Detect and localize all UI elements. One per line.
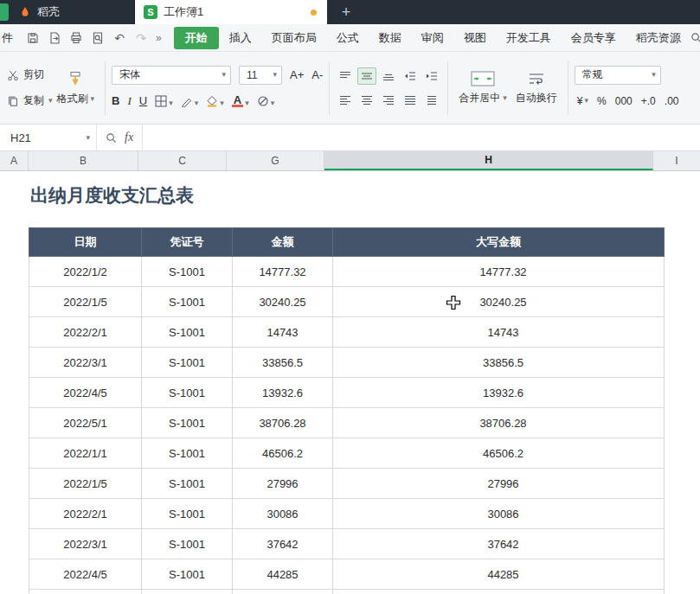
italic-button[interactable]: I	[127, 94, 131, 108]
clear-button[interactable]: ▾	[257, 95, 275, 107]
cell-amount[interactable]: 37642	[233, 529, 333, 559]
align-top-button[interactable]	[336, 67, 355, 85]
tab-docer[interactable]: 稻壳	[9, 0, 135, 24]
save-button[interactable]	[23, 29, 42, 48]
wps-logo-icon[interactable]	[0, 3, 9, 21]
cell-amount-caps[interactable]: 13932.6	[333, 378, 665, 408]
cell-voucher[interactable]: S-1001	[142, 408, 233, 438]
cell-date[interactable]: 2022/1/5	[29, 469, 142, 499]
cell-date[interactable]: 2022/3/1	[29, 529, 142, 559]
table-row[interactable]: 2022/1/5 S-1001 30240.25 30240.25	[29, 287, 665, 317]
table-row[interactable]: 2022/1/5 S-1001 27996 27996	[29, 469, 665, 499]
table-row[interactable]: 2022/5/1 S-1001 43151 43151	[29, 590, 665, 594]
cell-voucher[interactable]: S-1001	[142, 559, 233, 590]
column-header-i[interactable]: I	[653, 151, 700, 170]
cell-amount[interactable]: 38706.28	[233, 408, 333, 438]
cell-date[interactable]: 2022/4/5	[29, 559, 142, 590]
undo-button[interactable]: ↶	[110, 29, 129, 48]
redo-button[interactable]: ↷	[132, 29, 151, 48]
cell-date[interactable]: 2022/5/1	[29, 590, 142, 594]
tab-view[interactable]: 视图	[454, 27, 496, 49]
cell-amount-caps[interactable]: 14777.32	[333, 257, 665, 287]
cell-date[interactable]: 2022/4/5	[29, 378, 142, 408]
cell-date[interactable]: 2022/1/1	[29, 438, 142, 469]
font-name-select[interactable]: 宋体 ▾	[112, 66, 231, 85]
cell-date[interactable]: 2022/1/2	[29, 257, 142, 287]
cell-voucher[interactable]: S-1001	[142, 348, 233, 378]
cell-amount-caps[interactable]: 27996	[333, 469, 665, 499]
cell-date[interactable]: 2022/2/1	[29, 499, 142, 529]
column-header-g[interactable]: G	[227, 151, 324, 170]
cell-date[interactable]: 2022/3/1	[29, 348, 142, 378]
cell-amount-caps[interactable]: 43151	[333, 590, 665, 594]
header-amount-caps[interactable]: 大写金额	[333, 228, 665, 257]
tab-page-layout[interactable]: 页面布局	[262, 27, 326, 49]
cell-date[interactable]: 2022/2/1	[29, 317, 142, 348]
cell-amount-caps[interactable]: 46506.2	[333, 438, 665, 469]
shrink-font-button[interactable]: A-	[311, 68, 323, 81]
cell-amount[interactable]: 13932.6	[233, 378, 333, 408]
cell-amount[interactable]: 14777.32	[233, 257, 333, 287]
table-row[interactable]: 2022/4/5 S-1001 13932.6 13932.6	[29, 378, 665, 408]
grow-font-button[interactable]: A+	[290, 68, 304, 81]
export-button[interactable]	[45, 29, 64, 48]
cell-amount-caps[interactable]: 33856.5	[333, 348, 665, 378]
file-menu[interactable]: 件	[0, 30, 18, 46]
sheet-area[interactable]: 出纳月度收支汇总表 日期 凭证号 金额 大写金额 2022/1/2 S-1001…	[0, 171, 700, 594]
column-header-a[interactable]: A	[0, 151, 29, 170]
cell-amount-caps[interactable]: 37642	[333, 529, 665, 559]
tab-workbook[interactable]: S 工作簿1	[135, 0, 327, 24]
column-header-h[interactable]: H	[324, 151, 653, 170]
print-button[interactable]	[67, 29, 86, 48]
table-row[interactable]: 2022/2/1 S-1001 14743 14743	[29, 317, 665, 348]
table-row[interactable]: 2022/4/5 S-1001 44285 44285	[29, 559, 665, 590]
cell-amount-caps[interactable]: 38706.28	[333, 408, 665, 438]
cell-amount[interactable]: 27996	[233, 469, 333, 499]
copy-button[interactable]: 复制 ▾	[7, 92, 53, 111]
cell-voucher[interactable]: S-1001	[142, 529, 233, 559]
align-right-button[interactable]	[379, 92, 398, 109]
justify-button[interactable]	[401, 92, 420, 109]
table-row[interactable]: 2022/3/1 S-1001 37642 37642	[29, 529, 665, 559]
table-row[interactable]: 2022/2/1 S-1001 30086 30086	[29, 499, 665, 529]
header-voucher[interactable]: 凭证号	[142, 228, 233, 257]
comma-style-button[interactable]: 000	[613, 93, 635, 110]
cell-amount-caps[interactable]: 14743	[333, 317, 665, 348]
zoom-icon[interactable]	[106, 132, 117, 144]
font-color-button[interactable]: A ▾	[232, 95, 249, 107]
align-middle-button[interactable]	[357, 67, 376, 85]
tab-member[interactable]: 会员专享	[562, 27, 626, 49]
cell-voucher[interactable]: S-1001	[142, 590, 233, 594]
column-header-c[interactable]: C	[138, 151, 227, 170]
table-row[interactable]: 2022/1/1 S-1001 46506.2 46506.2	[29, 438, 665, 469]
table-row[interactable]: 2022/1/2 S-1001 14777.32 14777.32	[29, 257, 665, 287]
cell-amount[interactable]: 30240.25	[233, 287, 333, 317]
borders-button[interactable]: ▾	[155, 95, 173, 107]
underline-button[interactable]: U	[139, 94, 147, 107]
tab-data[interactable]: 数据	[369, 27, 411, 49]
cell-amount-caps[interactable]: 30086	[333, 499, 665, 529]
cell-voucher[interactable]: S-1001	[142, 499, 233, 529]
number-format-select[interactable]: 常规 ▾	[575, 66, 661, 85]
bold-button[interactable]: B	[112, 94, 119, 107]
wrap-text-button[interactable]: 自动换行	[511, 71, 562, 105]
cell-voucher[interactable]: S-1001	[142, 287, 233, 317]
draw-border-button[interactable]: ▾	[181, 95, 199, 107]
cell-voucher[interactable]: S-1001	[142, 257, 233, 287]
new-tab-button[interactable]: +	[327, 0, 365, 24]
tab-insert[interactable]: 插入	[220, 27, 261, 49]
cell-amount[interactable]: 46506.2	[233, 438, 333, 469]
more-tools-button[interactable]: »	[151, 32, 167, 44]
insert-function-button[interactable]: fx	[125, 131, 133, 144]
find-button[interactable]: 查找	[690, 30, 700, 46]
font-size-select[interactable]: 11 ▾	[239, 66, 282, 85]
cell-date[interactable]: 2022/5/1	[29, 408, 142, 438]
increase-indent-button[interactable]	[422, 67, 441, 85]
formula-input[interactable]	[143, 125, 700, 150]
cell-voucher[interactable]: S-1001	[142, 317, 233, 348]
table-row[interactable]: 2022/3/1 S-1001 33856.5 33856.5	[29, 348, 665, 378]
cell-amount[interactable]: 44285	[233, 559, 333, 590]
cell-amount[interactable]: 14743	[233, 317, 333, 348]
print-preview-button[interactable]	[88, 29, 107, 48]
decrease-decimal-button[interactable]: .00	[662, 93, 682, 110]
